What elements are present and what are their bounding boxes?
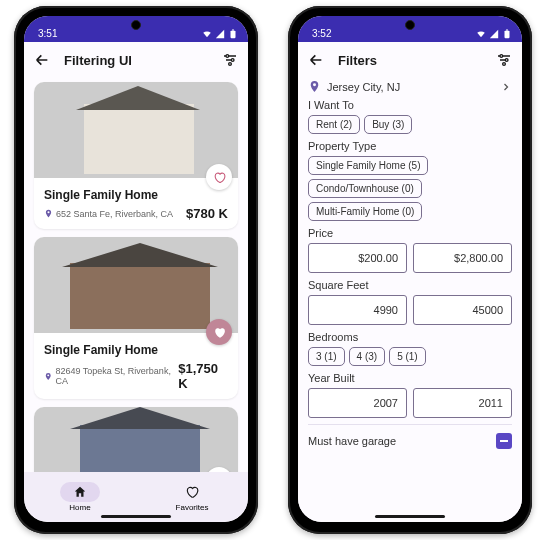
gesture-bar[interactable] — [375, 515, 445, 518]
chip-bed-3[interactable]: 3 (1) — [308, 347, 345, 366]
chip-single-family[interactable]: Single Family Home (5) — [308, 156, 428, 175]
svg-rect-5 — [505, 31, 510, 39]
price-max-input[interactable]: $2,800.00 — [413, 243, 512, 273]
svg-point-7 — [500, 55, 503, 58]
listing-address: 652 Santa Fe, Riverbank, CA — [44, 209, 173, 219]
battery-icon — [502, 29, 512, 39]
screen-right: 3:52 Filters Jersey City, NJ I Want To R… — [298, 16, 522, 522]
svg-rect-6 — [506, 29, 508, 30]
chip-condo[interactable]: Condo/Townhouse (0) — [308, 179, 422, 198]
listing-title: Single Family Home — [44, 343, 228, 357]
garage-label: Must have garage — [308, 435, 396, 447]
section-bedrooms: Bedrooms 3 (1) 4 (3) 5 (1) — [308, 331, 512, 366]
svg-point-8 — [505, 59, 508, 62]
sqft-min-input[interactable]: 4990 — [308, 295, 407, 325]
home-icon — [73, 485, 87, 499]
listing-photo — [34, 407, 238, 472]
status-icons — [476, 29, 512, 39]
listing-price: $780 K — [186, 206, 228, 221]
listing-card[interactable] — [34, 407, 238, 472]
filter-icon[interactable] — [222, 52, 238, 68]
section-property-type: Property Type Single Family Home (5) Con… — [308, 140, 512, 221]
phone-right: 3:52 Filters Jersey City, NJ I Want To R… — [288, 6, 532, 534]
heart-icon — [185, 485, 199, 499]
heart-icon — [213, 326, 226, 339]
listing-photo — [34, 237, 238, 333]
svg-point-3 — [231, 59, 234, 62]
price-min-input[interactable]: $200.00 — [308, 243, 407, 273]
chip-multi-family[interactable]: Multi-Family Home (0) — [308, 202, 422, 221]
location-text: Jersey City, NJ — [327, 81, 400, 93]
status-time: 3:51 — [38, 28, 57, 39]
sqft-max-input[interactable]: 45000 — [413, 295, 512, 325]
favorite-button[interactable] — [206, 319, 232, 345]
listing-content[interactable]: Single Family Home 652 Santa Fe, Riverba… — [24, 78, 248, 472]
filter-content[interactable]: Jersey City, NJ I Want To Rent (2) Buy (… — [298, 78, 522, 522]
front-camera — [405, 20, 415, 30]
chip-bed-5[interactable]: 5 (1) — [389, 347, 426, 366]
chevron-right-icon — [500, 81, 512, 93]
back-icon[interactable] — [34, 52, 50, 68]
section-i-want-to: I Want To Rent (2) Buy (3) — [308, 99, 512, 134]
year-min-input[interactable]: 2007 — [308, 388, 407, 418]
nav-home[interactable]: Home — [60, 482, 100, 512]
chip-buy[interactable]: Buy (3) — [364, 115, 412, 134]
garage-row: Must have garage — [308, 424, 512, 449]
wifi-icon — [476, 29, 486, 39]
section-price: Price $200.00 $2,800.00 — [308, 227, 512, 273]
listing-title: Single Family Home — [44, 188, 228, 202]
chip-rent[interactable]: Rent (2) — [308, 115, 360, 134]
nav-favorites[interactable]: Favorites — [172, 482, 212, 512]
svg-point-9 — [503, 63, 506, 66]
chip-bed-4[interactable]: 4 (3) — [349, 347, 386, 366]
heart-icon — [213, 171, 226, 184]
pin-icon — [44, 209, 53, 218]
svg-point-2 — [226, 55, 229, 58]
app-bar: Filtering UI — [24, 42, 248, 78]
screen-left: 3:51 Filtering UI Single Family Home — [24, 16, 248, 522]
back-icon[interactable] — [308, 52, 324, 68]
listing-card[interactable]: Single Family Home 652 Santa Fe, Riverba… — [34, 82, 238, 229]
section-year-built: Year Built 2007 2011 — [308, 372, 512, 418]
garage-toggle[interactable] — [496, 433, 512, 449]
pin-icon — [44, 372, 52, 381]
front-camera — [131, 20, 141, 30]
filter-icon[interactable] — [496, 52, 512, 68]
listing-photo — [34, 82, 238, 178]
pin-icon — [308, 80, 321, 93]
svg-rect-0 — [231, 31, 236, 39]
year-max-input[interactable]: 2011 — [413, 388, 512, 418]
location-row[interactable]: Jersey City, NJ — [308, 80, 512, 93]
listing-card[interactable]: Single Family Home 82649 Topeka St, Rive… — [34, 237, 238, 399]
svg-rect-1 — [232, 29, 234, 30]
section-square-feet: Square Feet 4990 45000 — [308, 279, 512, 325]
listing-body: Single Family Home 82649 Topeka St, Rive… — [34, 333, 238, 399]
svg-point-4 — [229, 63, 232, 66]
signal-icon — [489, 29, 499, 39]
page-title: Filters — [338, 53, 482, 68]
app-bar: Filters — [298, 42, 522, 78]
status-time: 3:52 — [312, 28, 331, 39]
battery-icon — [228, 29, 238, 39]
favorite-button[interactable] — [206, 164, 232, 190]
phone-left: 3:51 Filtering UI Single Family Home — [14, 6, 258, 534]
gesture-bar[interactable] — [101, 515, 171, 518]
listing-body: Single Family Home 652 Santa Fe, Riverba… — [34, 178, 238, 229]
signal-icon — [215, 29, 225, 39]
status-icons — [202, 29, 238, 39]
page-title: Filtering UI — [64, 53, 208, 68]
wifi-icon — [202, 29, 212, 39]
listing-address: 82649 Topeka St, Riverbank, CA — [44, 366, 178, 386]
listing-price: $1,750 K — [178, 361, 228, 391]
